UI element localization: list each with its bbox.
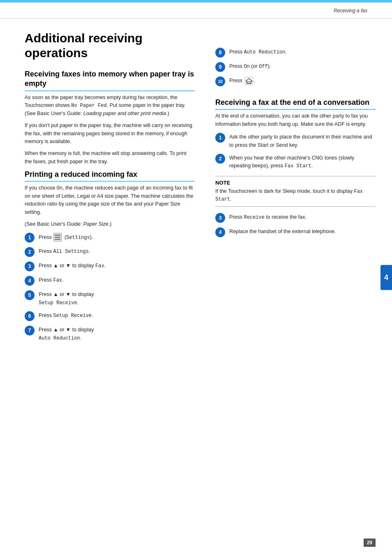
step-text-4: Press Fax. [39, 275, 64, 284]
svg-marker-4 [246, 79, 252, 84]
steps-section3b: 3 Press Receive to receive the fax. 4 Re… [215, 213, 376, 237]
section3-title: Receiving a fax at the end of a conversa… [215, 98, 376, 110]
header-line: Receiving a fax [0, 2, 392, 18]
code-receive: Receive [244, 215, 264, 220]
step-text-r4: Replace the handset of the external tele… [229, 227, 336, 236]
code-setupreceive1: Setup Receive [39, 300, 77, 306]
step-circle-r1: 1 [215, 133, 225, 143]
section1-title: Receiving faxes into memory when paper t… [25, 69, 195, 91]
section2-para1: If you choose On, the machine reduces ea… [25, 184, 195, 216]
code-on2: On [244, 64, 249, 69]
step-circle-1: 1 [25, 233, 35, 243]
step-circle-3: 3 [25, 261, 35, 271]
code-faxstart1: Fax Start [285, 163, 311, 169]
code-allsettings: All Settings [53, 249, 88, 254]
italic-loading: Loading paper and other print media [83, 111, 166, 116]
step-circle-2: 2 [25, 247, 35, 257]
note-text: If the Touchscreen is dark for Sleep mod… [215, 187, 376, 203]
code-on: On [57, 185, 62, 191]
step-2: 2 Press All Settings. [25, 247, 195, 257]
step-circle-6: 6 [25, 311, 35, 321]
step-6: 6 Press Setup Receive. [25, 311, 195, 321]
page: Receiving a fax Additional receiving ope… [0, 0, 392, 555]
step-text-r1: Ask the other party to place the documen… [229, 132, 376, 149]
content-area: Additional receiving operations Receivin… [0, 18, 392, 363]
steps-left: 1 Press (Settings). 2 Press Al [25, 232, 195, 342]
step-text-r3: Press Receive to receive the fax. [229, 213, 307, 222]
step-4: 4 Press Fax. [25, 275, 195, 286]
code-faxstart2: Fax Start [215, 189, 363, 202]
step-10: 10 Press . [215, 76, 376, 86]
step-circle-7: 7 [25, 326, 35, 335]
step-text-6: Press Setup Receive. [39, 311, 93, 320]
step-text-9: Press On (or Off). [229, 62, 271, 71]
header-text: Receiving a fax [334, 8, 367, 14]
left-column: Additional receiving operations Receivin… [25, 31, 195, 346]
steps-section3a: 1 Ask the other party to place the docum… [215, 132, 376, 170]
step-r3: 3 Press Receive to receive the fax. [215, 213, 376, 223]
code-off: Off [259, 64, 268, 69]
step-text-10: Press . [229, 76, 255, 85]
step-circle-r4: 4 [215, 227, 225, 237]
italic-papersize: Paper Size [83, 221, 108, 227]
code-settings: Settings [66, 235, 90, 241]
main-title: Additional receiving operations [25, 31, 195, 60]
code-fax1: Fax [95, 263, 104, 269]
section1-para2: If you don't put paper in the paper tray… [25, 122, 195, 146]
step-text-8: Press Auto Reduction. [229, 47, 287, 56]
step-text-1: Press (Settings). [39, 232, 93, 242]
step-text-7: Press ▲ or ▼ to displayAuto Reduction. [39, 325, 94, 342]
chapter-tab: 4 [380, 265, 392, 290]
section2-para2: (See Basic User's Guide: Paper Size.) [25, 220, 195, 228]
section2-title: Printing a reduced incoming fax [25, 170, 195, 182]
note-label: NOTE [215, 180, 376, 186]
code-autoreduction1: Auto Reduction [39, 335, 80, 341]
step-r1: 1 Ask the other party to place the docum… [215, 132, 376, 149]
code-setupreceive2: Setup Receive [53, 313, 92, 319]
step-circle-5: 5 [25, 290, 35, 300]
settings-icon [53, 233, 62, 242]
step-text-3: Press ▲ or ▼ to display Fax. [39, 261, 106, 270]
step-8: 8 Press Auto Reduction. [215, 47, 376, 58]
step-r2: 2 When you hear the other machine's CNG … [215, 153, 376, 170]
page-number-area: 29 [364, 539, 376, 547]
step-5: 5 Press ▲ or ▼ to displaySetup Receive. [25, 290, 195, 307]
step-circle-r2: 2 [215, 154, 225, 164]
home-icon [245, 77, 253, 85]
step-circle-4: 4 [25, 276, 35, 286]
section1-para3: When the memory is full, the machine wil… [25, 150, 195, 166]
code-nopaperfed: No Paper Fed [71, 103, 106, 109]
step-9: 9 Press On (or Off). [215, 62, 376, 72]
right-column: 8 Press Auto Reduction. 9 Press On (or O… [211, 31, 376, 346]
step-text-5: Press ▲ or ▼ to displaySetup Receive. [39, 290, 94, 307]
step-r4: 4 Replace the handset of the external te… [215, 227, 376, 237]
step-7: 7 Press ▲ or ▼ to displayAuto Reduction. [25, 325, 195, 342]
step-circle-8: 8 [215, 48, 225, 58]
step-3: 3 Press ▲ or ▼ to display Fax. [25, 261, 195, 271]
section3: Receiving a fax at the end of a conversa… [215, 98, 376, 237]
section3-para: At the end of a conversation, you can as… [215, 112, 376, 128]
note-box: NOTE If the Touchscreen is dark for Slee… [215, 176, 376, 207]
section1-para1: As soon as the paper tray becomes empty … [25, 94, 195, 118]
step-text-2: Press All Settings. [39, 247, 90, 256]
page-number: 29 [364, 539, 376, 547]
step-1: 1 Press (Settings). [25, 232, 195, 243]
step-circle-r3: 3 [215, 213, 225, 223]
step-text-r2: When you hear the other machine's CNG to… [229, 153, 376, 170]
step-circle-10: 10 [215, 76, 225, 86]
code-fax2: Fax [53, 278, 62, 283]
step-circle-9: 9 [215, 62, 225, 72]
steps-right-continued: 8 Press Auto Reduction. 9 Press On (or O… [215, 47, 376, 86]
code-autoreduction2: Auto Reduction [244, 49, 285, 55]
